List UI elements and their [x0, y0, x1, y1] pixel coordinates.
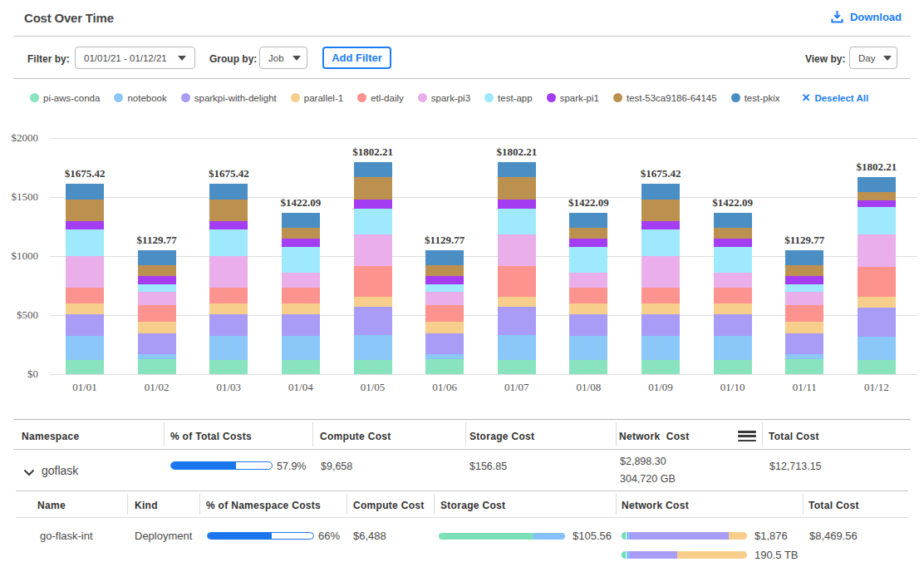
stacked-bar-01/04[interactable] [282, 213, 320, 374]
col-header-pct-total[interactable]: % of Total Costs [170, 431, 252, 442]
chart-legend: pi-aws-condanotebooksparkpi-with-delight… [30, 91, 868, 105]
bar-segment-pi-aws-conda [282, 360, 320, 374]
bar-segment-pi-aws-conda [498, 360, 536, 374]
legend-item-test-pkix[interactable]: test-pkix [731, 93, 780, 103]
bar-segment-test-app [282, 247, 320, 274]
deselect-all-button[interactable]: ✕Deselect All [801, 91, 868, 104]
legend-dot-icon [484, 93, 494, 102]
legend-dot-icon [181, 93, 190, 102]
pct-total-value: 57.9% [277, 461, 306, 472]
legend-item-parallel-1[interactable]: parallel-1 [291, 93, 343, 103]
hamburger-line [738, 440, 756, 442]
bar-total-label: $1802.21 [479, 145, 554, 158]
bar-segment-notebook [498, 335, 536, 360]
legend-item-test-app[interactable]: test-app [484, 93, 533, 103]
inner-col-storage[interactable]: Storage Cost [440, 500, 505, 511]
expand-chevron-icon[interactable] [23, 465, 35, 480]
bar-segment-spark-pi1 [785, 276, 823, 284]
inner-col-total[interactable]: Total Cost [808, 500, 859, 511]
add-filter-button[interactable]: Add Filter [322, 47, 391, 69]
legend-item-notebook[interactable]: notebook [114, 93, 166, 103]
col-header-storage[interactable]: Storage Cost [469, 431, 534, 442]
bar-segment-spark-pi3 [209, 256, 248, 288]
col-header-compute[interactable]: Compute Cost [320, 431, 391, 442]
bar-segment-etl-daily [354, 266, 392, 297]
inner-col-compute[interactable]: Compute Cost [353, 500, 425, 511]
x-axis-label: 01/01 [47, 381, 122, 393]
download-icon [831, 10, 843, 23]
x-axis-label: 01/05 [336, 381, 410, 393]
col-separator [762, 422, 763, 446]
inner-table-header-border [16, 517, 908, 518]
bar-segment-sparkpi-with-delight [641, 314, 680, 336]
stacked-bar-01/08[interactable] [569, 213, 607, 374]
col-header-namespace[interactable]: Namespace [22, 431, 79, 442]
col-header-total[interactable]: Total Cost [769, 431, 819, 442]
legend-item-sparkpi-with-delight[interactable]: sparkpi-with-delight [181, 93, 277, 103]
legend-dot-icon [30, 93, 39, 102]
stacked-bar-01/01[interactable] [66, 184, 104, 374]
stacked-bar-01/12[interactable] [858, 177, 896, 374]
group-by-select[interactable]: Job [259, 47, 307, 69]
inner-col-kind[interactable]: Kind [135, 500, 158, 511]
bar-segment-parallel-1 [282, 303, 320, 315]
legend-item-spark-pi1[interactable]: spark-pi1 [547, 93, 599, 103]
stacked-bar-01/05[interactable] [354, 162, 392, 374]
network-cost-value: $2,898.30 [620, 456, 666, 467]
bar-segment-test-53ca9186-64145 [209, 200, 248, 221]
group-by-value: Job [268, 53, 284, 63]
bar-total-label: $1675.42 [623, 167, 698, 180]
inner-col-pct-namespace[interactable]: % of Namespace Costs [206, 500, 321, 511]
stacked-bar-01/07[interactable] [498, 162, 536, 374]
workload-name[interactable]: go-flask-int [40, 530, 93, 542]
namespace-name[interactable]: goflask [42, 464, 78, 477]
bar-segment-etl-daily [785, 305, 823, 322]
legend-label: spark-pi1 [560, 93, 599, 103]
download-button[interactable]: Download [831, 10, 902, 23]
bar-total-label: $1802.21 [839, 160, 914, 173]
x-axis-label: 01/09 [623, 381, 698, 393]
date-range-select[interactable]: 01/01/21 - 01/12/21 [75, 47, 195, 69]
bar-segment-test-pkix [209, 184, 248, 199]
stacked-bar-01/10[interactable] [714, 213, 752, 374]
view-by-label: View by: [805, 53, 845, 65]
bar-segment-spark-pi1 [714, 239, 752, 247]
workload-kind: Deployment [135, 530, 192, 542]
bar-segment-notebook [569, 336, 607, 360]
page-title: Cost Over Time [24, 11, 114, 25]
bar-segment-pi-aws-conda [209, 360, 248, 374]
bar-segment-spark-pi1 [138, 276, 176, 284]
stacked-bar-01/06[interactable] [425, 250, 464, 374]
legend-item-spark-pi3[interactable]: spark-pi3 [418, 93, 470, 103]
bar-segment-notebook [66, 336, 104, 360]
table-top-border [13, 419, 911, 420]
stacked-bar-01/03[interactable] [209, 184, 248, 374]
bar-segment-spark-pi1 [282, 239, 320, 247]
col-header-network[interactable]: Network Cost [619, 431, 690, 442]
table-settings-icon[interactable] [738, 431, 756, 441]
bar-segment-spark-pi3 [569, 273, 607, 287]
bar-segment-sparkpi-with-delight [858, 308, 896, 336]
legend-item-test-53ca9186-64145[interactable]: test-53ca9186-64145 [613, 93, 717, 103]
network-usage-value: 304,720 GB [620, 473, 676, 485]
bar-total-label: $1675.42 [47, 167, 122, 180]
x-axis-label: 01/12 [839, 381, 914, 393]
col-separator [346, 494, 347, 515]
bar-segment-test-53ca9186-64145 [138, 265, 176, 276]
col-separator [434, 494, 435, 515]
stacked-bar-01/02[interactable] [138, 250, 176, 374]
bar-segment-etl-daily [209, 288, 248, 303]
net-purple-segment [630, 532, 729, 540]
bar-segment-spark-pi3 [354, 234, 392, 266]
stacked-bar-01/09[interactable] [641, 184, 680, 374]
view-by-select[interactable]: Day [849, 47, 897, 69]
inner-col-network[interactable]: Network Cost [622, 500, 689, 511]
legend-dot-icon [291, 93, 300, 102]
stacked-bar-01/11[interactable] [785, 250, 823, 374]
bar-segment-test-pkix [858, 177, 896, 191]
legend-item-pi-aws-conda[interactable]: pi-aws-conda [30, 93, 100, 103]
net-purple-segment [630, 551, 677, 559]
x-axis-label: 01/10 [695, 381, 770, 393]
legend-item-etl-daily[interactable]: etl-daily [357, 93, 404, 103]
inner-col-name[interactable]: Name [37, 500, 66, 511]
